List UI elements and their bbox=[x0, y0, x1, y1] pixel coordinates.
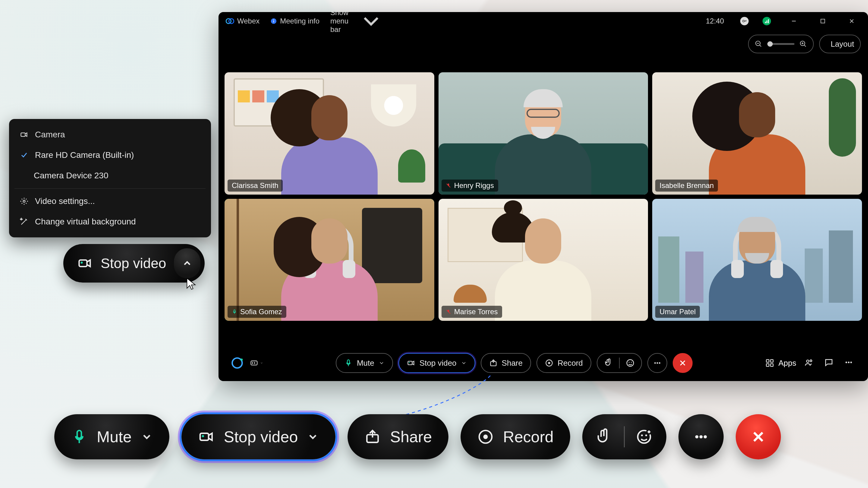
chevron-up-icon bbox=[182, 258, 193, 269]
svg-point-4 bbox=[273, 19, 274, 20]
maximize-icon bbox=[819, 18, 826, 24]
svg-rect-3 bbox=[273, 21, 274, 22]
share-icon bbox=[489, 359, 498, 367]
svg-rect-26 bbox=[766, 364, 769, 367]
svg-point-19 bbox=[629, 362, 629, 363]
network-badge[interactable] bbox=[763, 17, 771, 25]
participant-tile[interactable]: Clarissa Smith bbox=[224, 72, 434, 195]
stop-video-callout[interactable]: Stop video bbox=[63, 244, 205, 283]
assistant-button[interactable] bbox=[230, 356, 244, 369]
svg-point-11 bbox=[241, 358, 243, 361]
participant-name: Sofia Gomez bbox=[240, 307, 282, 316]
layout-label: Layout bbox=[831, 39, 854, 49]
camera-icon bbox=[407, 359, 415, 367]
app-name: Webex bbox=[237, 17, 259, 25]
nameplate: Marise Torres bbox=[441, 306, 502, 318]
camera-option-label: Rare HD Camera (Built-in) bbox=[35, 150, 134, 160]
participant-tile[interactable]: Henry Riggs bbox=[438, 72, 648, 195]
participant-tile[interactable]: Umar Patel bbox=[652, 199, 862, 321]
show-menubar-label: Show menu bar bbox=[330, 12, 355, 34]
stop-video-button-large[interactable]: Stop video bbox=[181, 414, 336, 459]
svg-point-29 bbox=[810, 360, 812, 362]
participant-name: Henry Riggs bbox=[454, 181, 494, 190]
share-button[interactable]: Share bbox=[481, 353, 531, 373]
stop-video-button[interactable]: Stop video bbox=[398, 353, 475, 373]
record-button[interactable]: Record bbox=[536, 353, 591, 373]
encryption-badge[interactable] bbox=[740, 17, 749, 25]
svg-point-30 bbox=[845, 361, 847, 363]
layout-button[interactable]: Layout bbox=[819, 35, 861, 53]
apps-button[interactable]: Apps bbox=[765, 358, 796, 368]
close-icon bbox=[848, 18, 855, 24]
svg-point-32 bbox=[850, 361, 852, 363]
popup-header-label: Camera bbox=[35, 130, 65, 139]
mute-label: Mute bbox=[357, 358, 374, 368]
apps-icon bbox=[765, 358, 774, 367]
signal-bars-icon bbox=[765, 19, 769, 23]
leave-button-large[interactable] bbox=[736, 414, 781, 459]
more-options-button[interactable] bbox=[647, 353, 667, 373]
svg-rect-6 bbox=[821, 19, 825, 23]
svg-point-21 bbox=[654, 362, 656, 364]
key-icon bbox=[742, 19, 747, 24]
nameplate: Sofia Gomez bbox=[227, 306, 286, 318]
info-icon bbox=[270, 18, 277, 24]
video-settings-label: Video settings... bbox=[35, 196, 95, 206]
camera-option-selected[interactable]: Rare HD Camera (Built-in) bbox=[9, 145, 211, 165]
mute-button[interactable]: Mute bbox=[336, 353, 393, 373]
closed-captions-button[interactable] bbox=[250, 356, 263, 369]
check-icon bbox=[20, 151, 28, 159]
participant-tile[interactable]: Sofia Gomez bbox=[224, 199, 434, 321]
minimize-icon bbox=[790, 18, 797, 24]
more-icon bbox=[653, 358, 662, 367]
video-settings-item[interactable]: Video settings... bbox=[9, 191, 211, 212]
raise-hand-icon bbox=[596, 428, 613, 445]
svg-rect-47 bbox=[79, 260, 87, 267]
record-button-large[interactable]: Record bbox=[461, 414, 570, 459]
zoom-slider[interactable] bbox=[767, 43, 795, 45]
virtual-background-item[interactable]: Change virtual background bbox=[9, 212, 211, 232]
camera-option-alt[interactable]: Camera Device 230 bbox=[9, 165, 211, 186]
video-options-chevron[interactable] bbox=[174, 248, 200, 278]
share-button-large[interactable]: Share bbox=[347, 414, 448, 459]
window-minimize-button[interactable] bbox=[785, 12, 803, 30]
record-label: Record bbox=[503, 428, 554, 446]
window-close-button[interactable] bbox=[843, 12, 861, 30]
mute-button-large[interactable]: Mute bbox=[54, 414, 169, 459]
magic-wand-icon bbox=[20, 218, 28, 226]
more-options-button-large[interactable] bbox=[678, 414, 724, 459]
apps-label: Apps bbox=[778, 358, 796, 368]
mic-muted-icon bbox=[446, 183, 451, 188]
svg-point-40 bbox=[645, 434, 647, 436]
leave-button[interactable] bbox=[673, 353, 692, 373]
window-maximize-button[interactable] bbox=[814, 12, 832, 30]
participant-tile[interactable]: Marise Torres bbox=[438, 199, 648, 321]
reactions-button[interactable] bbox=[597, 353, 642, 373]
participants-panel-button[interactable] bbox=[804, 358, 816, 368]
emoji-add-icon bbox=[636, 428, 652, 445]
stop-video-label: Stop video bbox=[224, 428, 298, 446]
reactions-button-large[interactable] bbox=[582, 414, 666, 459]
stop-video-callout-label: Stop video bbox=[101, 255, 166, 271]
svg-point-37 bbox=[484, 435, 488, 439]
more-icon bbox=[692, 428, 710, 445]
meeting-info-button[interactable]: Meeting info bbox=[270, 17, 319, 25]
svg-rect-45 bbox=[21, 133, 25, 136]
webex-logo-icon bbox=[226, 17, 234, 25]
panel-more-button[interactable] bbox=[844, 358, 856, 368]
share-label: Share bbox=[502, 358, 523, 368]
zoom-in-icon bbox=[799, 40, 807, 48]
svg-rect-25 bbox=[770, 360, 773, 362]
participant-tile[interactable]: Isabelle Brennan bbox=[652, 72, 862, 195]
chevron-down-icon bbox=[358, 12, 384, 34]
chat-panel-button[interactable] bbox=[824, 358, 836, 368]
show-menubar-button[interactable]: Show menu bar bbox=[330, 12, 384, 34]
video-options-popup: Camera Rare HD Camera (Built-in) Camera … bbox=[9, 119, 211, 237]
meeting-toolbar: Mute Stop video Share Record bbox=[218, 345, 868, 381]
camera-option-label: Camera Device 230 bbox=[34, 171, 108, 181]
microphone-icon bbox=[71, 428, 88, 445]
zoom-control[interactable] bbox=[748, 35, 814, 53]
toolbar-zoomed: Mute Stop video Share Record bbox=[54, 413, 838, 461]
record-label: Record bbox=[558, 358, 583, 368]
meeting-info-label: Meeting info bbox=[280, 17, 319, 25]
